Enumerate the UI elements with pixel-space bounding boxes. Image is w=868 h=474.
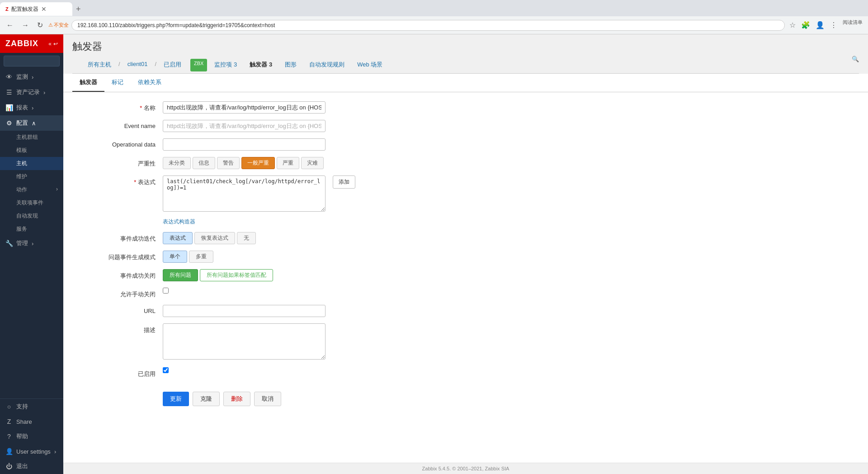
sidebar-item-admin[interactable]: 🔧 管理 › [0,236,63,251]
help-icon: ? [5,433,13,440]
nav-zbx-badge[interactable]: ZBX [190,59,207,71]
sidebar-subitem-services[interactable]: 服务 [0,223,63,236]
problem-gen-multiple[interactable]: 多重 [189,251,213,263]
sidebar-subitem-discovery[interactable]: 自动发现 [0,209,63,223]
sidebar-search: 🔍 [0,53,63,69]
event-close-matching[interactable]: 所有问题如果标签值匹配 [200,269,273,281]
sidebar-item-logout[interactable]: ⏻ 退出 [0,459,63,474]
sidebar-nav: 👁 监测 › ☰ 资产记录 › 📊 报表 › [0,69,63,398]
url-input[interactable] [163,305,326,317]
sidebar-search-input[interactable] [4,56,60,66]
menu-button[interactable]: ⋮ [828,19,839,31]
event-success-recovery[interactable]: 恢复表达式 [194,232,235,244]
sidebar-item-reports[interactable]: 📊 报表 › [0,100,63,115]
name-input[interactable] [163,101,326,114]
new-tab-button[interactable]: + [72,5,85,14]
event-success-close-row: 事件成功关闭 所有问题 所有问题如果标签值匹配 [72,269,859,281]
expression-add-button[interactable]: 添加 [333,175,355,189]
enabled-checkbox[interactable] [163,367,169,373]
tab-dependencies[interactable]: 依赖关系 [131,74,169,92]
sidebar-item-config[interactable]: ⚙ 配置 ∧ [0,115,63,131]
extensions-button[interactable]: 🧩 [799,19,812,31]
config-icon: ⚙ [5,119,13,127]
sidebar-item-share[interactable]: Z Share [0,414,63,429]
forward-button[interactable]: → [19,19,32,31]
account-button[interactable]: 👤 [814,19,826,31]
sidebar-subitem-correlation[interactable]: 关联项事件 [0,196,63,209]
sidebar-subitem-maintenance[interactable]: 维护 [0,170,63,183]
sidebar-item-help[interactable]: ? 帮助 [0,429,63,444]
sidebar-item-assets[interactable]: ☰ 资产记录 › [0,85,63,100]
sidebar-subitem-hostgroups[interactable]: 主机群组 [0,131,63,144]
sidebar-pin-button[interactable]: ↩ [53,41,58,47]
manual-close-checkbox[interactable] [163,288,169,294]
sidebar-subitem-hosts[interactable]: 主机 [0,157,63,170]
tab-close-button[interactable]: ✕ [41,5,47,13]
cancel-button[interactable]: 取消 [254,392,281,406]
desc-row: 描述 [72,323,859,361]
nav-enabled[interactable]: 已启用 [157,57,188,73]
sidebar-collapse-button[interactable]: « [48,41,52,47]
severity-disaster[interactable]: 灾难 [301,157,324,169]
operational-data-control [163,138,389,151]
expression-builder-link[interactable]: 表达式构造器 [163,218,195,226]
severity-info[interactable]: 信息 [193,157,215,169]
sidebar-item-support[interactable]: ○ 支持 [0,399,63,414]
event-name-input[interactable] [163,120,326,132]
back-button[interactable]: ← [4,19,16,31]
enabled-label: 已启用 [72,367,163,378]
severity-group: 未分类 信息 警告 一般严重 严重 灾难 [163,157,324,169]
nav-web[interactable]: Web 场景 [351,57,389,73]
sidebar-subitem-templates[interactable]: 模板 [0,144,63,157]
page-header: 触发器 所有主机 / client01 / 已启用 ZBX 监控项 3 触发器 … [63,34,868,74]
severity-high[interactable]: 严重 [277,157,299,169]
expression-textarea[interactable] [163,175,326,212]
desc-textarea[interactable] [163,323,326,360]
nav-graphs[interactable]: 图形 [278,57,303,73]
chevron-icon-admin: › [32,240,33,247]
tab-tags[interactable]: 标记 [104,74,131,92]
chevron-icon-monitor: › [32,74,33,81]
severity-average[interactable]: 一般严重 [241,157,275,169]
nav-discovery[interactable]: 自动发现规则 [303,57,351,73]
chevron-icon-config: ∧ [32,120,36,127]
operational-data-input[interactable] [163,138,326,151]
nav-monitors[interactable]: 监控项 3 [208,57,243,73]
enabled-checkbox-row [163,367,169,373]
problem-gen-single[interactable]: 单个 [163,251,187,263]
event-success-row: 事件成功迭代 表达式 恢复表达式 无 [72,232,859,244]
bookmark-button[interactable]: ☆ [788,19,797,31]
top-nav: 所有主机 / client01 / 已启用 ZBX 监控项 3 触发器 3 图形… [72,57,859,74]
tab-triggers[interactable]: 触发器 [72,74,104,92]
refresh-button[interactable]: ↻ [34,19,46,31]
nav-triggers[interactable]: 触发器 3 [243,57,278,73]
event-name-label: Event name [72,120,163,129]
nav-client01[interactable]: client01 [121,57,154,73]
clone-button[interactable]: 克隆 [193,392,220,406]
form-content: 名称 Event name Operational data [63,92,868,463]
nav-all-hosts[interactable]: 所有主机 [81,57,118,73]
event-close-all-problems[interactable]: 所有问题 [163,269,198,281]
sidebar-item-label-usersettings: User settings [16,448,51,455]
event-success-label: 事件成功迭代 [72,232,163,243]
severity-unclassified[interactable]: 未分类 [163,157,191,169]
chevron-icon-reports: › [32,104,33,111]
delete-button[interactable]: 删除 [223,392,250,406]
severity-warning[interactable]: 警告 [217,157,240,169]
sidebar-item-label-help: 帮助 [16,432,28,441]
sidebar-item-monitor[interactable]: 👁 监测 › [0,69,63,85]
browser-controls: ← → ↻ ⚠ 不安全 ☆ 🧩 👤 ⋮ 阅读清单 [0,16,868,34]
sidebar-item-label-config: 配置 [16,119,28,127]
sidebar-subitem-actions[interactable]: 动作› [0,183,63,196]
sidebar-item-usersettings[interactable]: 👤 User settings › [0,444,63,459]
expression-row: 表达式 添加 [72,175,859,212]
reading-list-label: 阅读清单 [841,19,864,31]
sidebar-item-label-reports: 报表 [16,104,28,112]
url-bar[interactable] [71,20,785,31]
logo-controls: « ↩ [48,41,58,47]
form-tabs: 触发器 标记 依赖关系 [63,74,868,92]
manual-close-row: 允许手动关闭 [72,288,859,299]
update-button[interactable]: 更新 [163,392,189,406]
event-success-none[interactable]: 无 [237,232,256,244]
event-success-expression[interactable]: 表达式 [163,232,193,244]
